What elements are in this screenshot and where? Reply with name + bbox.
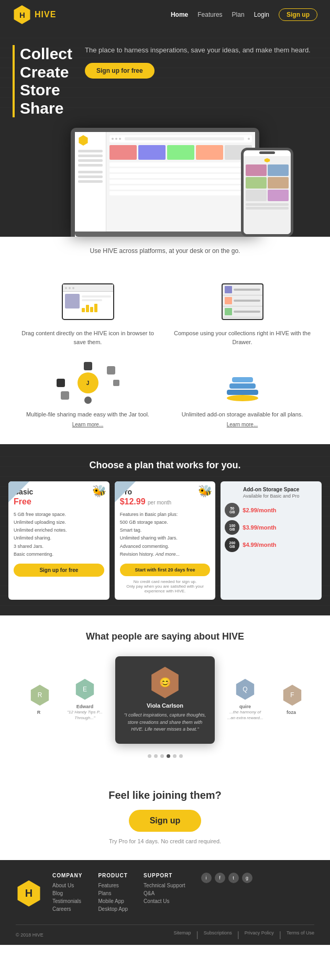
feature-browser-desc: Drag content directly on the HIVE icon i… <box>16 329 160 346</box>
plan-section: Choose a plan that works for you. Basic … <box>0 444 330 616</box>
nav-signup-button[interactable]: Sign up <box>279 8 317 21</box>
social-icon-instagram[interactable]: i <box>201 873 212 883</box>
plan-basic-ribbon <box>8 481 29 502</box>
laptop-mockup <box>71 128 259 237</box>
footer-link-about[interactable]: About Us <box>52 883 82 888</box>
feature-storage-link[interactable]: Learn more... <box>227 422 258 427</box>
footer-company-col: COMPANY About Us Blog Testimonials Caree… <box>52 873 82 914</box>
avatar-viola: 😊 <box>149 667 181 698</box>
testimonial-right: Q quire ...the harmony of ...an extra re… <box>219 670 271 729</box>
addon-price-200: $4.99/month <box>243 542 276 548</box>
drawer-feature-icon <box>211 281 274 323</box>
testimonial-featured-quote: "I collect inspirations, capture thought… <box>123 712 207 733</box>
addon-price-100: $3.99/month <box>243 524 276 531</box>
plan-grid: Basic Free 🐝 5 GB free storage space. Un… <box>8 481 322 600</box>
footer-subscriptions[interactable]: Subscriptions <box>204 930 232 940</box>
dot-1[interactable] <box>148 754 151 758</box>
nav-login[interactable]: Login <box>254 11 269 18</box>
addon-tier-50: 50 GB $2.99/month <box>225 503 317 517</box>
footer-logo: H <box>16 880 42 907</box>
dot-3[interactable] <box>160 754 164 758</box>
social-icons: i f t g <box>201 873 252 883</box>
footer-product-heading: PRODUCT <box>98 873 128 878</box>
logo[interactable]: H HIVE <box>13 5 56 24</box>
navigation: H HIVE Home Features Plan Login Sign up <box>0 0 330 29</box>
dot-2[interactable] <box>154 754 158 758</box>
feature-browser: Drag content directly on the HIVE icon i… <box>16 281 160 346</box>
footer-terms[interactable]: Terms of Use <box>287 930 314 940</box>
footer: H COMPANY About Us Blog Testimonials Car… <box>0 860 330 945</box>
footer-link-blog[interactable]: Blog <box>52 890 82 896</box>
social-icon-twitter[interactable]: t <box>228 873 239 883</box>
dot-6[interactable] <box>179 754 183 758</box>
testimonials-carousel: R R E Edward "12 Handy Tips P... Through… <box>8 653 322 747</box>
footer-link-contact[interactable]: Contact Us <box>144 898 185 904</box>
footer-privacy[interactable]: Privacy Policy <box>245 930 274 940</box>
plan-title: Choose a plan that works for you. <box>8 460 322 471</box>
platforms-text: Use HIVE across platforms, at your desk … <box>0 237 330 265</box>
feature-jar-link[interactable]: Learn more... <box>72 422 103 427</box>
testimonials-title: What people are saying about HIVE <box>8 631 322 642</box>
avatar-edward: E <box>74 679 95 700</box>
plan-basic-features: 5 GB free storage space. Unlimited uploa… <box>14 511 104 559</box>
footer-link-desktop[interactable]: Desktop App <box>98 906 128 912</box>
cta-note: Try Pro for 14 days. No credit card requ… <box>10 838 320 844</box>
feature-jar: J Multiple-file sharing made easy with t… <box>16 362 160 428</box>
feature-drawer-desc: Compose using your collections right in … <box>170 329 314 346</box>
jar-feature-icon: J <box>57 362 119 404</box>
footer-sitemap[interactable]: Sitemap <box>173 930 191 940</box>
plan-basic: Basic Free 🐝 5 GB free storage space. Un… <box>8 481 109 600</box>
nav-features[interactable]: Features <box>197 11 222 18</box>
addon-circle-100: 100 GB <box>225 520 239 535</box>
feature-storage-desc: Unlimited add-on storage available for a… <box>170 410 314 419</box>
cta-section: Feel like joining them? Sign up Try Pro … <box>0 774 330 860</box>
footer-link-careers[interactable]: Careers <box>52 906 82 912</box>
logo-text: HIVE <box>35 10 56 19</box>
nav-links: Home Features Plan Login Sign up <box>171 8 317 21</box>
carousel-dots <box>8 754 322 758</box>
footer-link-tech-support[interactable]: Technical Support <box>144 883 185 888</box>
plan-pro: Pro 🐝 $12.99 per month Features in Basic… <box>115 481 216 600</box>
footer-link-qa[interactable]: Q&A <box>144 890 185 896</box>
footer-support-heading: SUPPORT <box>144 873 185 878</box>
plan-basic-cta[interactable]: Sign up for free <box>14 564 104 577</box>
addon-circle-200: 200 GB <box>225 537 239 552</box>
plan-pro-cta[interactable]: Start with first 20 days free <box>120 564 211 576</box>
hero-headline-text: CollectCreateStoreShare <box>13 45 72 117</box>
browser-feature-icon <box>57 281 119 323</box>
logo-hex: H <box>13 5 31 24</box>
feature-jar-desc: Multiple-file sharing made easy with the… <box>16 410 160 419</box>
testimonials-section: What people are saying about HIVE R R E … <box>0 615 330 774</box>
plan-basic-bee: 🐝 <box>92 485 106 498</box>
plan-pro-ribbon <box>115 481 136 502</box>
testimonial-featured-name: Viola Carlson <box>123 702 207 709</box>
cta-signup-button[interactable]: Sign up <box>129 810 202 832</box>
hero-cta-button[interactable]: Sign up for free <box>85 63 155 79</box>
dot-5[interactable] <box>173 754 177 758</box>
features-section: Drag content directly on the HIVE icon i… <box>0 265 330 444</box>
addon-tier-100: 100 GB $3.99/month <box>225 520 317 535</box>
footer-link-testimonials[interactable]: Testimonials <box>52 898 82 904</box>
avatar-foza: F <box>282 685 303 706</box>
feature-drawer: Compose using your collections right in … <box>170 281 314 346</box>
plan-pro-features: Features in Basic plan plus: 500 GB stor… <box>120 511 211 559</box>
nav-home[interactable]: Home <box>171 11 188 18</box>
nav-plan[interactable]: Plan <box>232 11 245 18</box>
plan-pro-bee: 🐝 <box>198 485 212 498</box>
avatar-quire: Q <box>235 679 256 700</box>
social-icon-facebook[interactable]: f <box>215 873 225 883</box>
footer-link-features[interactable]: Features <box>98 883 128 888</box>
avatar-r: R <box>29 685 50 706</box>
dot-4[interactable] <box>167 754 170 758</box>
footer-top: H COMPANY About Us Blog Testimonials Car… <box>16 873 314 914</box>
footer-link-plans[interactable]: Plans <box>98 890 128 896</box>
feature-storage: Unlimited add-on storage available for a… <box>170 362 314 428</box>
testimonial-featured: 😊 Viola Carlson "I collect inspirations,… <box>115 656 215 744</box>
social-icon-google[interactable]: g <box>242 873 252 883</box>
platforms-label: Use HIVE across platforms, at your desk … <box>10 247 320 255</box>
features-grid: Drag content directly on the HIVE icon i… <box>16 281 314 428</box>
footer-bottom-links: Sitemap | Subscriptions | Privacy Policy… <box>173 930 314 940</box>
cta-title: Feel like joining them? <box>10 789 320 801</box>
storage-feature-icon <box>211 362 274 404</box>
footer-link-mobile[interactable]: Mobile App <box>98 898 128 904</box>
